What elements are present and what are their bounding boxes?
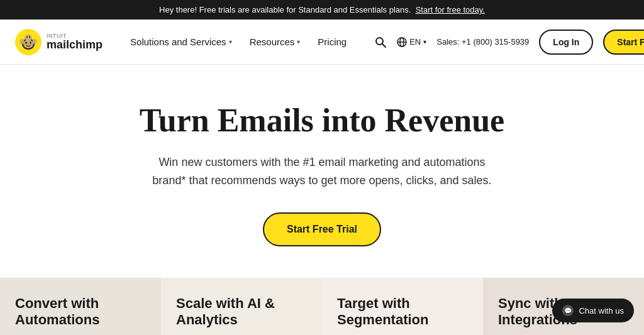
logo-mailchimp: mailchimp <box>47 39 103 50</box>
feature-tile-segmentation[interactable]: Target with Segmentation <box>322 278 483 335</box>
svg-point-8 <box>26 36 28 38</box>
svg-point-3 <box>25 41 27 43</box>
svg-point-5 <box>20 39 25 44</box>
logo-icon <box>15 29 42 55</box>
svg-point-6 <box>33 39 37 44</box>
banner-link[interactable]: Start for free today. <box>416 5 485 14</box>
sales-number: Sales: +1 (800) 315-5939 <box>436 37 529 47</box>
top-banner: Hey there! Free trials are available for… <box>0 0 644 19</box>
login-button[interactable]: Log In <box>539 30 593 55</box>
chat-button[interactable]: 💬 Chat with us <box>552 299 634 322</box>
logo-link[interactable]: INTUIT mailchimp <box>15 29 103 55</box>
nav-item-solutions[interactable]: Solutions and Services ▾ <box>123 31 240 52</box>
feature-title-automations: Convert with Automations <box>15 295 146 329</box>
hero-subtext: Win new customers with the #1 email mark… <box>146 153 498 190</box>
hero-heading: Turn Emails into Revenue <box>15 102 629 138</box>
start-free-trial-button-nav[interactable]: Start Free Trial <box>603 30 644 55</box>
lang-label: EN <box>409 37 421 47</box>
feature-tile-ai[interactable]: Scale with AI & Analytics <box>161 278 322 335</box>
lang-chevron-icon: ▾ <box>423 38 426 45</box>
feature-title-ai: Scale with AI & Analytics <box>176 295 307 329</box>
svg-line-11 <box>382 44 386 47</box>
chat-label: Chat with us <box>579 306 624 316</box>
chevron-down-icon: ▾ <box>297 38 300 45</box>
logo-text: INTUIT mailchimp <box>47 33 103 50</box>
features-section: Convert with Automations Scale with AI &… <box>0 278 644 335</box>
nav-item-resources[interactable]: Resources ▾ <box>242 31 308 52</box>
svg-point-4 <box>30 41 31 43</box>
feature-title-segmentation: Target with Segmentation <box>337 295 468 329</box>
language-selector[interactable]: EN ▾ <box>397 37 426 47</box>
svg-point-9 <box>29 36 30 38</box>
chevron-down-icon: ▾ <box>229 38 232 45</box>
search-icon[interactable] <box>374 36 387 48</box>
hero-section: Turn Emails into Revenue Win new custome… <box>0 65 644 278</box>
nav-item-pricing[interactable]: Pricing <box>310 31 354 52</box>
nav-right: EN ▾ Sales: +1 (800) 315-5939 Log In Sta… <box>374 30 644 55</box>
start-free-trial-button-hero[interactable]: Start Free Trial <box>263 212 381 246</box>
svg-point-7 <box>25 35 32 41</box>
svg-point-2 <box>23 40 33 48</box>
globe-icon <box>397 37 407 47</box>
navbar: INTUIT mailchimp Solutions and Services … <box>0 19 644 65</box>
banner-text: Hey there! Free trials are available for… <box>159 5 411 14</box>
feature-tile-automations[interactable]: Convert with Automations <box>0 278 161 335</box>
nav-links: Solutions and Services ▾ Resources ▾ Pri… <box>123 31 354 52</box>
chat-icon: 💬 <box>562 305 574 316</box>
